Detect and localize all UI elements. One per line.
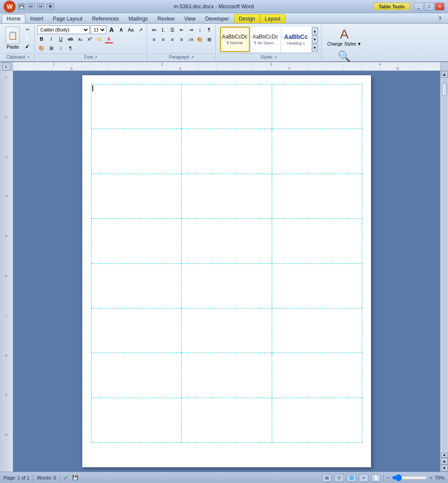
close-button[interactable]: ✕ — [435, 3, 444, 10]
paste-button[interactable]: 📋 Paste — [4, 25, 22, 51]
numbering-button[interactable]: 1. — [159, 25, 168, 34]
tab-references[interactable]: References — [87, 14, 123, 23]
table-cell[interactable] — [182, 129, 272, 174]
tab-home[interactable]: Home — [2, 14, 25, 23]
borders-para-button[interactable]: ⊞ — [205, 35, 214, 44]
multilevel-button[interactable]: ☰ — [168, 25, 177, 34]
strikethrough-button[interactable]: ab — [66, 35, 75, 43]
clear-format-button[interactable]: ↗ — [136, 25, 145, 34]
table-cell[interactable] — [91, 263, 182, 308]
full-screen-view-button[interactable]: ⊡ — [334, 474, 344, 482]
align-right-button[interactable]: ≡ — [168, 35, 177, 44]
styles-scroll-more[interactable]: ▼ — [312, 44, 318, 52]
tab-developer[interactable]: Developer — [200, 14, 234, 23]
table-cell[interactable] — [182, 398, 272, 442]
table-cell[interactable] — [272, 308, 362, 353]
quick-access-icon[interactable]: ▼ — [46, 3, 54, 10]
table-cell[interactable] — [91, 219, 182, 263]
scroll-track[interactable] — [441, 78, 448, 452]
zoom-in-button[interactable]: + — [430, 475, 432, 480]
align-center-button[interactable]: ≡ — [159, 35, 168, 44]
copy-button[interactable]: 📄 — [23, 34, 32, 42]
increase-indent-button[interactable]: ⇥ — [186, 25, 195, 34]
print-layout-view-button[interactable]: ▤ — [322, 474, 332, 482]
table-cell[interactable] — [91, 308, 182, 353]
bullets-button[interactable]: ≡• — [150, 25, 158, 34]
bold-button[interactable]: B — [37, 35, 46, 43]
decrease-indent-button[interactable]: ⇤ — [177, 25, 186, 34]
table-cell[interactable] — [91, 174, 182, 218]
font-expand[interactable]: ↗ — [94, 55, 98, 60]
sort-para-button[interactable]: ↕ — [196, 25, 204, 34]
draft-view-button[interactable]: 📄 — [371, 474, 381, 482]
italic-button[interactable]: I — [47, 35, 56, 43]
change-case-button[interactable]: Aa — [126, 25, 135, 34]
change-styles-button[interactable]: A ChangeStyles ▼ — [324, 25, 364, 48]
table-cell[interactable] — [91, 129, 182, 174]
zoom-level[interactable]: 70% — [435, 475, 444, 480]
office-button[interactable]: W — [4, 0, 16, 13]
scroll-thumb[interactable] — [442, 83, 447, 96]
table-cell[interactable] — [182, 84, 272, 129]
document-area[interactable] — [13, 71, 440, 472]
maximize-button[interactable]: □ — [424, 3, 434, 10]
table-cell[interactable] — [272, 263, 362, 308]
minimize-button[interactable]: _ — [414, 3, 424, 10]
undo-icon[interactable]: ↩ — [27, 3, 35, 10]
table-cell[interactable] — [272, 219, 362, 263]
zoom-out-button[interactable]: − — [386, 475, 389, 480]
table-cell[interactable] — [272, 84, 362, 129]
help-tab[interactable]: ? — [434, 14, 446, 23]
style-normal[interactable]: AaBbCcDc ¶ Normal — [220, 27, 250, 52]
disk-icon[interactable]: 💾 — [72, 475, 78, 480]
ruler-corner[interactable]: L — [3, 63, 10, 70]
table-cell[interactable] — [182, 353, 272, 398]
document-table[interactable] — [91, 84, 362, 443]
styles-expand[interactable]: ↗ — [274, 55, 277, 60]
web-layout-view-button[interactable]: 🌐 — [346, 474, 356, 482]
show-para-button[interactable]: ¶ — [205, 25, 214, 34]
font-size-select[interactable]: 11 — [91, 25, 106, 34]
spell-check-icon[interactable]: ✓ — [63, 474, 69, 481]
table-cell[interactable] — [182, 174, 272, 218]
styles-scroll-up[interactable]: ▲ — [312, 27, 318, 35]
superscript-button[interactable]: x² — [85, 35, 94, 43]
font-grow-button[interactable]: A — [107, 25, 116, 34]
underline-button[interactable]: U — [56, 35, 65, 43]
table-cell[interactable] — [182, 263, 272, 308]
line-spacing-button[interactable]: ↕≡ — [186, 35, 195, 44]
table-cell[interactable] — [91, 398, 182, 442]
tab-design[interactable]: Design — [234, 14, 260, 23]
justify-button[interactable]: ≡ — [177, 35, 186, 44]
next-page-button[interactable]: ▼ — [441, 465, 448, 472]
subscript-button[interactable]: x₂ — [76, 35, 84, 43]
format-painter-button[interactable]: 🖌 — [23, 42, 32, 50]
table-cell[interactable] — [91, 84, 182, 129]
font-color-button[interactable]: A — [105, 35, 113, 43]
font-shrink-button[interactable]: A — [117, 25, 126, 34]
cut-button[interactable]: ✂ — [23, 25, 32, 33]
table-cell[interactable] — [182, 219, 272, 263]
shading-button[interactable]: 🎨 — [37, 44, 46, 52]
save-icon[interactable]: 💾 — [18, 3, 25, 10]
page[interactable] — [82, 75, 371, 467]
table-cell[interactable] — [272, 129, 362, 174]
outline-view-button[interactable]: ≡ — [359, 474, 368, 482]
sort-button[interactable]: ↕ — [56, 44, 65, 52]
tab-view[interactable]: View — [179, 14, 200, 23]
table-cell[interactable] — [272, 353, 362, 398]
tab-mailings[interactable]: Mailings — [124, 14, 153, 23]
tab-page-layout[interactable]: Page Layout — [48, 14, 87, 23]
table-cell[interactable] — [272, 174, 362, 218]
table-cell[interactable] — [272, 398, 362, 442]
table-cell[interactable] — [182, 308, 272, 353]
paragraph-expand[interactable]: ↗ — [191, 55, 194, 60]
clipboard-expand[interactable]: ↗ — [26, 55, 30, 60]
font-name-select[interactable]: Calibri (Body) — [37, 25, 90, 34]
tab-insert[interactable]: Insert — [25, 14, 48, 23]
scroll-select-browse[interactable]: ● — [441, 452, 448, 458]
style-no-spacing[interactable]: AaBbCcDc ¶ No Spaci... — [251, 27, 280, 52]
redo-icon[interactable]: ↪ — [37, 3, 45, 10]
scroll-up-button[interactable]: ▲ — [441, 71, 448, 78]
tab-layout[interactable]: Layout — [260, 14, 285, 23]
